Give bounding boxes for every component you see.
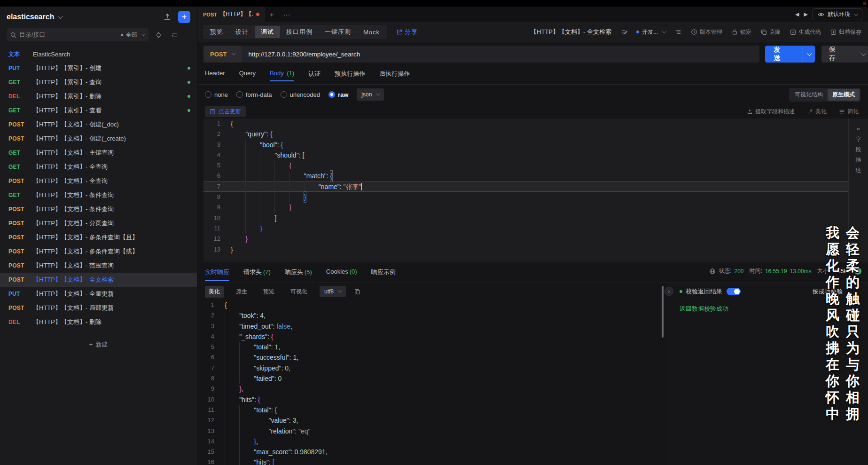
- project-title[interactable]: elasticsearch: [7, 13, 54, 21]
- sidebar-api-item[interactable]: GET【HTTP】【文档】- 主键查询: [0, 146, 197, 160]
- code-line[interactable]: 11"total": {: [197, 405, 669, 415]
- sidebar-api-item[interactable]: GET【HTTP】【文档】- 条件查询: [0, 188, 197, 202]
- body-type-radio-form-data[interactable]: form-data: [236, 91, 272, 98]
- service-env-dropdown[interactable]: 开发...: [636, 28, 665, 36]
- sidebar-api-item[interactable]: DEL【HTTP】【索引】- 删除: [0, 89, 197, 103]
- sidebar-api-item[interactable]: POST【HTTP】【文档】- 多条件查询【且】: [0, 230, 197, 244]
- resp-preview-tab[interactable]: 预览: [259, 286, 278, 298]
- sidebar-api-item[interactable]: GET【HTTP】【索引】- 查看: [0, 103, 197, 118]
- environment-selector[interactable]: 默认环境: [813, 8, 862, 20]
- body-type-radio-raw[interactable]: raw: [328, 91, 348, 98]
- request-tab-Body[interactable]: Body (1): [270, 70, 294, 81]
- response-tab-Cookies[interactable]: Cookies(0): [326, 268, 357, 281]
- body-type-radio-urlencoded[interactable]: urlencoded: [281, 91, 320, 98]
- code-line[interactable]: 12"value": 3,: [197, 415, 669, 426]
- sidebar-api-item[interactable]: PUT【HTTP】【文档】- 全量更新: [0, 287, 197, 301]
- code-line[interactable]: 7"skipped": 0,: [197, 363, 669, 373]
- request-body-editor[interactable]: 1{2"query": {3"bool": {4"should": [5{6"m…: [203, 118, 848, 262]
- code-line[interactable]: 3"timed_out": false,: [197, 321, 669, 331]
- url-input[interactable]: http://127.0.0.1:9200/employee/_search: [242, 51, 367, 58]
- validation-mode-label[interactable]: 按成功校验: [806, 285, 849, 298]
- response-scrollbar[interactable]: [662, 286, 664, 338]
- code-line[interactable]: 6"match": {: [203, 171, 848, 181]
- beautify-button[interactable]: 美化: [807, 108, 827, 116]
- code-line[interactable]: 8}: [203, 192, 848, 202]
- copy-response-icon[interactable]: [354, 289, 360, 295]
- sidebar-api-item[interactable]: POST【HTTP】【文档】- 多条件查询【或】: [0, 244, 197, 259]
- code-line[interactable]: 11}: [203, 223, 848, 234]
- code-line[interactable]: 10]: [203, 213, 848, 223]
- request-tab-Query[interactable]: Query: [239, 70, 256, 81]
- sidebar-api-item[interactable]: POST【HTTP】【文档】- 全查询: [0, 174, 197, 188]
- code-line[interactable]: 13}: [203, 244, 848, 255]
- response-body-viewer[interactable]: 1{2"took": 4,3"timed_out": false,4"_shar…: [197, 300, 669, 465]
- code-line[interactable]: 1{: [203, 118, 848, 129]
- sidebar-api-item[interactable]: POST【HTTP】【文档】- 创建(_doc): [0, 118, 197, 132]
- sidebar-api-item[interactable]: POST【HTTP】【文档】- 分页查询: [0, 216, 197, 230]
- validation-toggle[interactable]: [727, 288, 741, 295]
- code-line[interactable]: 3"bool": {: [203, 140, 848, 150]
- sidebar-api-item[interactable]: POST【HTTP】【文档】- 局部更新: [0, 301, 197, 315]
- save-button[interactable]: 保 存: [821, 46, 868, 63]
- code-line[interactable]: 9}: [203, 202, 848, 213]
- document-tab[interactable]: POST 【HTTP】【.: [197, 7, 265, 22]
- request-tab-预执行操作[interactable]: 预执行操作: [335, 70, 365, 83]
- sidebar-api-item[interactable]: PUT【HTTP】【索引】- 创建: [0, 61, 197, 75]
- sidebar-api-item[interactable]: DEL【HTTP】【文档】- 删除: [0, 315, 197, 329]
- code-line[interactable]: 14},: [197, 436, 669, 447]
- encoding-select[interactable]: utf8: [320, 286, 346, 297]
- extract-fields-button[interactable]: 提取字段和描述: [747, 108, 795, 116]
- code-line[interactable]: 4"_shards": {: [197, 331, 669, 342]
- simplify-button[interactable]: 简化: [839, 108, 859, 116]
- share-button[interactable]: 分享: [396, 28, 418, 36]
- nav-back-icon[interactable]: ◀: [795, 11, 799, 17]
- code-line[interactable]: 8"failed": 0: [197, 373, 669, 384]
- resp-visualize-tab[interactable]: 可视化: [287, 286, 311, 298]
- code-line[interactable]: 1{: [197, 300, 669, 310]
- edit-doc-icon[interactable]: [621, 29, 628, 36]
- click-update-button[interactable]: 点击更新: [205, 106, 246, 117]
- search-filter[interactable]: 全部: [126, 31, 137, 39]
- collapse-validation-handle[interactable]: ›: [665, 287, 673, 296]
- code-line[interactable]: 4"should": [: [203, 150, 848, 160]
- code-line[interactable]: 16"hits": [: [197, 457, 669, 465]
- chevron-down-icon[interactable]: [58, 14, 63, 19]
- locate-icon[interactable]: [152, 29, 164, 41]
- response-tab-响应头[interactable]: 响应头(5): [285, 268, 312, 281]
- body-type-radio-none[interactable]: none: [205, 91, 228, 98]
- code-line[interactable]: 2"query": {: [203, 129, 848, 139]
- sidebar-api-item[interactable]: POST【HTTP】【文档】- 全文检索: [0, 273, 197, 287]
- code-line[interactable]: 7"name": "张李": [203, 181, 848, 192]
- download-response-icon[interactable]: ↓: [854, 268, 861, 275]
- save-options-dropdown[interactable]: [857, 46, 868, 63]
- clone-button[interactable]: 克隆: [761, 28, 781, 36]
- sidebar-api-item[interactable]: POST【HTTP】【文档】- 条件查询: [0, 202, 197, 216]
- lock-button[interactable]: 锁定: [732, 28, 751, 36]
- response-tab-响应示例[interactable]: 响应示例: [371, 268, 396, 281]
- code-line[interactable]: 5{: [203, 160, 848, 171]
- sidebar-api-item[interactable]: GET【HTTP】【索引】- 查询: [0, 75, 197, 89]
- new-api-button[interactable]: + 新建: [0, 335, 197, 354]
- request-tab-认证[interactable]: 认证: [308, 70, 321, 83]
- version-history-button[interactable]: 版本管理: [691, 28, 722, 36]
- more-tabs-button[interactable]: ···: [278, 10, 295, 18]
- mode-tab-预览[interactable]: 预览: [204, 26, 229, 38]
- method-selector[interactable]: POST: [203, 46, 242, 63]
- import-icon[interactable]: [161, 11, 173, 23]
- response-tab-实时响应[interactable]: 实时响应: [205, 268, 229, 281]
- mode-tab-Mock[interactable]: Mock: [357, 26, 386, 38]
- code-line[interactable]: 6"successful": 1,: [197, 352, 669, 363]
- request-tab-后执行操作[interactable]: 后执行操作: [379, 70, 410, 83]
- new-tab-button[interactable]: +: [265, 10, 279, 18]
- generate-code-button[interactable]: 生成代码: [790, 28, 821, 36]
- mode-tab-调试[interactable]: 调试: [255, 26, 280, 38]
- send-button[interactable]: 发 送: [765, 46, 814, 63]
- resp-raw-tab[interactable]: 原生: [232, 286, 251, 298]
- resp-beautify-tab[interactable]: 美化: [205, 286, 224, 298]
- search-input[interactable]: 目录/接口 全部: [7, 28, 149, 41]
- code-line[interactable]: 9},: [197, 384, 669, 394]
- mode-tab-设计[interactable]: 设计: [229, 26, 255, 38]
- field-description-strip[interactable]: « 字段描述: [848, 118, 868, 262]
- sidebar-api-item[interactable]: 文本ElasticSearch: [0, 47, 197, 61]
- archive-save-button[interactable]: 归档保存: [830, 28, 861, 36]
